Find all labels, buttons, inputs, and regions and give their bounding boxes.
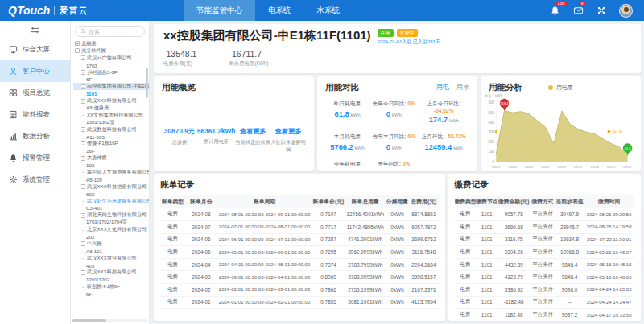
- collapse-icon[interactable]: -: [80, 141, 85, 146]
- tree-node[interactable]: -北京XXX文化科技有限公司: [73, 226, 149, 233]
- sidebar-item-综合大屏[interactable]: 综合大屏: [0, 39, 70, 60]
- tree-vertical-scrollbar[interactable]: [146, 68, 148, 98]
- tree-node[interactable]: 202: [73, 233, 149, 240]
- tree-node[interactable]: 102: [73, 162, 149, 169]
- tree-node[interactable]: -武汉好生活养老服务有限公司: [73, 198, 149, 205]
- tree-node[interactable]: 1701/1702/1704室: [73, 219, 149, 226]
- tree-node[interactable]: 602: [73, 191, 149, 198]
- tree-search[interactable]: [75, 26, 145, 37]
- tree-node[interactable]: -XX文创集团科技有限公司: [73, 112, 149, 119]
- tree-node[interactable]: -武汉XXX置业有限公司: [73, 255, 149, 262]
- tree-node[interactable]: 1703: [73, 62, 149, 69]
- tree-node[interactable]: 16F: [73, 147, 149, 154]
- tree-node[interactable]: 6F: [73, 290, 149, 297]
- table-cell: 电费: [455, 309, 477, 321]
- compare-tab-用水[interactable]: 用水: [456, 83, 469, 92]
- compare-tab-用电[interactable]: 用电: [436, 83, 449, 92]
- collapse-icon[interactable]: -: [80, 270, 85, 275]
- tree-node[interactable]: -光谷软件园: [73, 47, 149, 55]
- collapse-icon[interactable]: -: [80, 213, 85, 218]
- summary-row: 用能概览 30870.9元总缴费56361.2kWh累计用电量查看更多当前绑定的…: [154, 76, 641, 171]
- tree-node[interactable]: -中兴园: [73, 240, 149, 248]
- tree-node[interactable]: 1201/1202: [73, 276, 149, 283]
- collapse-icon[interactable]: -: [80, 156, 85, 161]
- collapse-icon[interactable]: -: [80, 184, 85, 189]
- tree-node[interactable]: -武汉XXX科技有限公司: [73, 269, 149, 277]
- fullscreen-icon[interactable]: [596, 5, 607, 16]
- wrench-icon: [9, 175, 18, 184]
- tree-node[interactable]: A8-101: [73, 248, 149, 255]
- collapse-icon[interactable]: -: [80, 84, 85, 89]
- collapse-icon[interactable]: -: [80, 70, 85, 75]
- tree-node[interactable]: C3-401: [73, 204, 149, 211]
- tree-node[interactable]: +金融港: [73, 40, 149, 47]
- table-cell: 平台支付: [530, 309, 555, 321]
- tree-node[interactable]: -xx控股集团有限公司-中E1栋: [73, 83, 149, 90]
- collapse-icon[interactable]: -: [80, 127, 85, 132]
- table-cell: 0kWh: [386, 284, 409, 297]
- user-avatar[interactable]: [619, 4, 633, 18]
- sidebar-item-系统管理[interactable]: 系统管理: [0, 169, 70, 191]
- tree-node[interactable]: -武汉xx广告有限公司: [73, 55, 149, 62]
- tree-node-label: 金融港: [81, 40, 97, 47]
- table-cell: 2204.2684: [409, 258, 438, 271]
- tree-node[interactable]: -武汉XXX科技信息有限公司: [73, 183, 149, 191]
- top-tab-电系统[interactable]: 电系统: [255, 0, 304, 21]
- table-cell: 3386.92: [497, 284, 530, 297]
- top-tab-节能监管中心[interactable]: 节能监管中心: [184, 0, 255, 21]
- sidebar-item-项目总览[interactable]: 项目总览: [0, 82, 70, 104]
- table-cell: 平台支付: [530, 271, 555, 284]
- tree-node[interactable]: -乡村甜品3-6F: [73, 69, 149, 76]
- tree-node[interactable]: A8-105: [73, 176, 149, 183]
- sidebar-item-客户中心[interactable]: 客户中心: [0, 60, 70, 82]
- tree-node[interactable]: 403: [73, 262, 149, 269]
- view-more-link[interactable]: 查看更多: [270, 127, 306, 136]
- tree-node[interactable]: 1101: [73, 90, 149, 97]
- mail-icon[interactable]: 9: [572, 5, 584, 16]
- tree-node[interactable]: 1301/1302室: [73, 119, 149, 126]
- tree-node[interactable]: -传媒-F1栋16F: [73, 140, 149, 147]
- tree-node-label: 1703: [86, 63, 97, 68]
- compare-cell-percent: 0%: [402, 161, 411, 166]
- sidebar-item-能耗报表[interactable]: 能耗报表: [0, 104, 70, 125]
- table-row: 电费11013699.68平台支付23945.72024-08-26 14:19…: [455, 221, 635, 234]
- collapse-icon[interactable]: -: [80, 199, 85, 203]
- tree-node[interactable]: 6F: [73, 76, 149, 83]
- tree-node[interactable]: -武汉数创科技有限公司: [73, 126, 149, 133]
- sidebar-item-报警管理[interactable]: 报警管理: [0, 147, 70, 169]
- expand-icon[interactable]: +: [75, 41, 80, 46]
- collapse-icon[interactable]: -: [80, 170, 85, 174]
- collapse-icon[interactable]: -: [80, 285, 85, 289]
- compare-cell-value: 174.7kWh: [419, 116, 469, 124]
- tree-horizontal-scrollbar[interactable]: [72, 319, 147, 322]
- tree-node[interactable]: A8-健身房: [73, 105, 149, 112]
- collapse-icon[interactable]: -: [80, 113, 85, 117]
- collapse-icon[interactable]: -: [80, 99, 85, 104]
- collapse-icon[interactable]: -: [80, 241, 85, 246]
- search-input[interactable]: [89, 29, 137, 35]
- tree-node[interactable]: -湖北天阔生物科技有限公司: [73, 211, 149, 219]
- tree-node[interactable]: -鑫中部人文旅游票务有限公司: [73, 169, 149, 176]
- table-cell: 0kWh: [386, 208, 409, 221]
- compare-cell-percent: 0%: [407, 133, 415, 139]
- table-header-row: 账单类型账单月份账单周期账单单价(元)账单总用量分摊用量总费用(元): [160, 195, 439, 208]
- table-cell: 9848.4: [555, 271, 584, 284]
- sidebar-collapse-icon[interactable]: [0, 21, 70, 39]
- collapse-icon[interactable]: -: [80, 228, 85, 232]
- sidebar-item-数据分析[interactable]: 数据分析: [0, 125, 70, 147]
- tree-node[interactable]: A11-505: [73, 133, 149, 141]
- notification-bell-icon[interactable]: 130: [549, 5, 560, 16]
- table-row: 电费2024-052024-05-01 00:00:00-2024-06-01 …: [160, 246, 439, 259]
- table-cell: 电费: [455, 296, 477, 309]
- collapse-icon[interactable]: -: [80, 256, 85, 260]
- tree-node[interactable]: -大唐传媒: [73, 154, 149, 162]
- tree-node[interactable]: -武汉XXX科技有限公司: [73, 97, 149, 105]
- collapse-icon[interactable]: -: [80, 55, 85, 60]
- view-more-link[interactable]: 查看更多: [235, 127, 270, 136]
- column-header: 当前抄表值: [555, 195, 584, 208]
- tree-node[interactable]: -联创园-F1栋6F: [73, 283, 149, 290]
- top-tab-水系统[interactable]: 水系统: [304, 0, 353, 21]
- table-cell: 2024-02-01 00:00:00-2024-03-01 00:00:00: [217, 284, 312, 297]
- sidebar-item-label: 系统管理: [23, 175, 50, 185]
- collapse-icon[interactable]: -: [75, 48, 80, 53]
